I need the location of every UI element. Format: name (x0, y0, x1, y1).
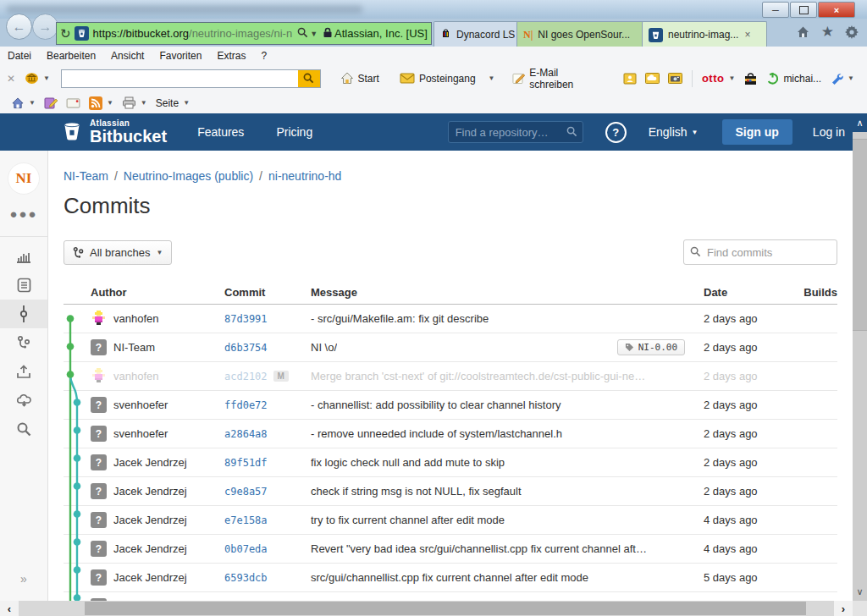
contacts-icon[interactable] (619, 70, 641, 87)
back-button[interactable]: ← (6, 14, 32, 40)
tools-dropdown-caret[interactable]: ▼ (848, 74, 854, 82)
find-commits-input[interactable] (683, 239, 837, 265)
address-bar[interactable]: ↻ https://bitbucket.org /neutrino-images… (56, 22, 432, 45)
camera-icon[interactable] (664, 70, 687, 86)
bank-dropdown-caret[interactable]: ▼ (43, 74, 50, 82)
bitbucket-logo[interactable]: Atlassian Bitbucket (61, 119, 167, 145)
page-dropdown-caret[interactable]: ▼ (183, 99, 190, 107)
commit-hash-link[interactable]: ffd0e72 (219, 399, 268, 411)
sidebar-item-downloads[interactable] (0, 386, 47, 415)
cloud-icon[interactable] (641, 70, 664, 86)
commit-hash-link[interactable]: 87d3991 (219, 313, 268, 325)
sign-up-button[interactable]: Sign up (722, 119, 792, 145)
maximize-button[interactable] (790, 2, 817, 18)
author-name: Jacek Jendrzej (113, 514, 187, 526)
sidebar-item-search[interactable] (0, 415, 47, 443)
cert-name[interactable]: Atlassian, Inc. [US] (334, 27, 428, 40)
horizontal-scroll-thumb[interactable] (85, 602, 806, 615)
commit-row: ?NI-Teamd6b3754NI \o/NI-0.002 days ago (64, 333, 837, 362)
otto-dropdown-caret[interactable]: ▼ (728, 74, 735, 82)
address-dropdown-caret[interactable]: ▼ (310, 30, 318, 38)
tools-button[interactable]: ▼ (826, 69, 859, 88)
home-icon[interactable] (796, 25, 810, 42)
sidebar-item-source[interactable] (0, 271, 47, 300)
bank-app-icon[interactable]: ▼ (20, 69, 54, 87)
refresh-icon[interactable]: ↻ (60, 26, 71, 41)
menu-favoriten[interactable]: Favoriten (152, 50, 209, 62)
menu-hilfe[interactable]: ? (253, 50, 274, 62)
page-menu-button[interactable]: Seite ▼ (152, 95, 194, 112)
repo-avatar[interactable]: NI (8, 162, 40, 195)
sidebar-more-icon[interactable]: ●●● (0, 206, 47, 221)
tag-badge[interactable]: NI-0.00 (617, 339, 685, 355)
commit-hash-link[interactable]: e7e158a (219, 514, 268, 526)
cert-lock-icon[interactable] (323, 27, 333, 41)
home-page-button[interactable]: ▼ (7, 95, 40, 112)
tab-close-icon[interactable]: × (744, 29, 750, 41)
scroll-up-button[interactable]: ∧ (853, 113, 867, 132)
scroll-left-button[interactable]: ‹ (0, 601, 19, 616)
breadcrumb-repo-link[interactable]: ni-neutrino-hd (268, 169, 341, 183)
menu-extras[interactable]: Extras (209, 50, 253, 62)
read-mail-icon[interactable] (62, 96, 85, 111)
inbox-dropdown-caret[interactable]: ▼ (489, 74, 495, 82)
favorites-star-icon[interactable]: ★ (821, 25, 834, 42)
start-home-icon (340, 72, 354, 85)
shopping-bag-icon[interactable] (739, 69, 762, 88)
scroll-right-button[interactable]: › (834, 601, 853, 616)
commit-hash-link[interactable]: 0b07eda (219, 543, 268, 555)
otto-button[interactable]: otto ▼ (698, 69, 739, 87)
tab-3-active[interactable]: neutrino-imag... × (642, 21, 767, 47)
commit-row: vanhofen87d3991- src/gui/Makefile.am: fi… (64, 305, 837, 333)
vertical-scroll-thumb[interactable] (853, 139, 867, 331)
commit-hash-link[interactable]: d6b3754 (219, 342, 268, 354)
breadcrumb-team-link[interactable]: NI-Team (64, 169, 108, 183)
vertical-scrollbar[interactable]: ∧ ∨ (853, 113, 867, 601)
scroll-down-button[interactable]: ∨ (853, 582, 867, 601)
menu-bearbeiten[interactable]: Bearbeiten (39, 50, 103, 62)
sidebar-item-commits[interactable] (0, 300, 47, 328)
settings-gear-icon[interactable] (845, 25, 859, 42)
print-button[interactable]: ▼ (118, 94, 152, 112)
sidebar-item-branches[interactable] (0, 328, 47, 357)
print-dropdown-caret[interactable]: ▼ (141, 99, 147, 107)
sidebar-item-pull-requests[interactable] (0, 357, 47, 386)
account-button[interactable]: michai... (762, 69, 826, 87)
start-button[interactable]: Start (336, 69, 384, 87)
minimize-button[interactable]: ─ (762, 2, 789, 18)
tab-2[interactable]: N| NI goes OpenSour... (516, 21, 654, 47)
forward-button[interactable]: → (32, 14, 58, 40)
repo-search-input[interactable] (448, 121, 583, 143)
nav-pricing-link[interactable]: Pricing (276, 125, 312, 139)
commit-hash-link[interactable]: a2864a8 (219, 428, 268, 440)
address-search-icon[interactable] (297, 27, 308, 41)
commit-hash-link[interactable]: c9e8a57 (219, 486, 268, 498)
log-in-link[interactable]: Log in (813, 125, 845, 139)
nav-features-link[interactable]: Features (197, 125, 244, 139)
home-dropdown-caret[interactable]: ▼ (29, 99, 36, 107)
rss-dropdown-caret[interactable]: ▼ (107, 99, 113, 107)
menu-datei[interactable]: Datei (0, 50, 39, 62)
breadcrumb-project-link[interactable]: Neutrino-Images (public) (124, 169, 253, 183)
language-dropdown[interactable]: English ▼ (649, 125, 699, 139)
close-button[interactable]: × (818, 2, 855, 18)
rss-feed-button[interactable]: ▼ (85, 94, 118, 113)
commit-hash-link[interactable]: 89f51df (219, 457, 268, 469)
sidebar-item-overview[interactable] (0, 242, 47, 271)
toolbar-search-input[interactable] (61, 69, 321, 88)
horizontal-scrollbar[interactable]: ‹ › (0, 601, 867, 616)
page-menu-label: Seite (156, 97, 179, 109)
menu-ansicht[interactable]: Ansicht (103, 50, 152, 62)
tab-1[interactable]: Dynacord LS 25 | e... (434, 21, 528, 47)
compose-label: E-Mail schreiben (529, 67, 599, 91)
sidebar-expand-icon[interactable]: » (0, 572, 47, 586)
commit-hash-link[interactable]: acd2102 (219, 371, 268, 382)
inbox-button[interactable]: Posteingang ▼ (395, 70, 500, 87)
toolbar-search-button[interactable] (298, 70, 320, 87)
branch-filter-button[interactable]: All branches ▼ (64, 240, 172, 265)
toolbar-close-icon[interactable]: ✕ (7, 73, 15, 85)
compose-button[interactable]: E-Mail schreiben (508, 64, 604, 93)
favorites-add-icon[interactable] (40, 95, 62, 112)
commit-hash-link[interactable]: 6593dcb (219, 572, 268, 584)
help-icon[interactable]: ? (605, 122, 627, 143)
